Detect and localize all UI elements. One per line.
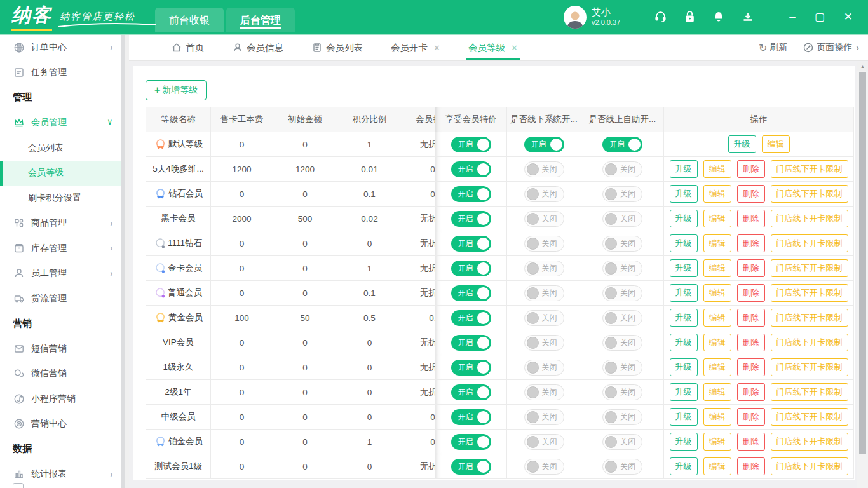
limit-button[interactable]: 门店线下开卡限制 <box>771 358 848 376</box>
limit-button[interactable]: 门店线下开卡限制 <box>771 210 848 227</box>
limit-button[interactable]: 门店线下开卡限制 <box>771 433 848 451</box>
upgrade-button[interactable]: 升级 <box>670 408 698 426</box>
toggle-off[interactable]: 关闭 <box>524 360 564 376</box>
toggle-on[interactable]: 开启 <box>451 459 491 475</box>
user-account[interactable]: 艾小 v2.0.0.37 <box>564 6 620 29</box>
upgrade-button[interactable]: 升级 <box>670 433 698 451</box>
upgrade-button[interactable]: 升级 <box>670 160 698 178</box>
limit-button[interactable]: 门店线下开卡限制 <box>771 334 848 351</box>
delete-button[interactable]: 删除 <box>737 185 765 203</box>
toggle-off[interactable]: 关闭 <box>602 186 642 202</box>
upgrade-button[interactable]: 升级 <box>670 383 698 401</box>
edit-button[interactable]: 编辑 <box>703 185 731 203</box>
toggle-off[interactable]: 关闭 <box>524 186 564 202</box>
upgrade-button[interactable]: 升级 <box>670 358 698 376</box>
tab-1[interactable]: 会员信息 <box>232 35 283 60</box>
window-minimize-button[interactable]: – <box>788 10 796 24</box>
bell-icon[interactable] <box>712 10 725 24</box>
upgrade-button[interactable]: 升级 <box>728 135 756 153</box>
nav-backend-button[interactable]: 后台管理 <box>226 8 295 32</box>
sidebar-item-1[interactable]: 任务管理 <box>0 60 121 86</box>
upgrade-button[interactable]: 升级 <box>670 309 698 327</box>
toggle-off[interactable]: 关闭 <box>602 409 642 425</box>
toggle-off[interactable]: 关闭 <box>524 211 564 227</box>
sidebar-subitem-4[interactable]: 会员列表 <box>0 135 121 161</box>
sidebar-item-15[interactable]: 营销中心 <box>0 412 121 437</box>
toggle-off[interactable]: 关闭 <box>602 261 642 276</box>
toggle-off[interactable]: 关闭 <box>524 285 564 301</box>
toggle-off[interactable]: 关闭 <box>602 434 642 450</box>
tab-close-icon[interactable]: ✕ <box>433 43 440 53</box>
upgrade-button[interactable]: 升级 <box>670 210 698 227</box>
toggle-off[interactable]: 关闭 <box>602 161 642 177</box>
limit-button[interactable]: 门店线下开卡限制 <box>771 234 848 252</box>
toggle-off[interactable]: 关闭 <box>524 335 564 351</box>
upgrade-button[interactable]: 升级 <box>670 259 698 277</box>
sidebar-item-14[interactable]: 小程序营销 <box>0 386 121 412</box>
toggle-on[interactable]: 开启 <box>451 161 491 177</box>
window-maximize-button[interactable]: ▢ <box>813 10 826 24</box>
limit-button[interactable]: 门店线下开卡限制 <box>771 408 848 426</box>
toggle-on[interactable]: 开启 <box>451 360 491 376</box>
toggle-on[interactable]: 开启 <box>451 310 491 326</box>
toggle-off[interactable]: 关闭 <box>602 335 642 351</box>
toggle-off[interactable]: 关闭 <box>602 236 642 252</box>
toggle-on[interactable]: 开启 <box>451 236 491 252</box>
toggle-on[interactable]: 开启 <box>451 409 491 425</box>
toggle-off[interactable]: 关闭 <box>602 211 642 227</box>
edit-button[interactable]: 编辑 <box>703 284 731 302</box>
sidebar-item-3[interactable]: 会员管理˅ <box>0 111 121 136</box>
delete-button[interactable]: 删除 <box>737 284 765 302</box>
limit-button[interactable]: 门店线下开卡限制 <box>771 458 848 475</box>
sidebar-item-8[interactable]: 库存管理› <box>0 236 121 261</box>
nav-frontdesk-button[interactable]: 前台收银 <box>155 8 224 32</box>
limit-button[interactable]: 门店线下开卡限制 <box>771 309 848 327</box>
lock-icon[interactable] <box>684 10 696 24</box>
tab-2[interactable]: 会员列表 <box>311 35 363 60</box>
page-ops-button[interactable]: 页面操作› <box>803 42 859 53</box>
upgrade-button[interactable]: 升级 <box>670 234 698 252</box>
edit-button[interactable]: 编辑 <box>703 334 731 351</box>
sidebar-item-0[interactable]: 订单中心› <box>0 35 121 60</box>
edit-button[interactable]: 编辑 <box>703 358 731 376</box>
delete-button[interactable]: 删除 <box>737 334 765 351</box>
toggle-on[interactable]: 开启 <box>524 137 564 152</box>
limit-button[interactable]: 门店线下开卡限制 <box>771 259 848 277</box>
toggle-on[interactable]: 开启 <box>451 335 491 351</box>
upgrade-button[interactable]: 升级 <box>670 458 698 475</box>
toggle-on[interactable]: 开启 <box>451 137 491 152</box>
sidebar-item-9[interactable]: 员工管理› <box>0 261 121 287</box>
toggle-off[interactable]: 关闭 <box>602 459 642 475</box>
toggle-on[interactable]: 开启 <box>451 211 491 227</box>
download-icon[interactable] <box>742 11 754 24</box>
scroll-up-arrow-icon[interactable]: ▲ <box>857 62 868 71</box>
tab-3[interactable]: 会员开卡✕ <box>391 35 440 60</box>
delete-button[interactable]: 删除 <box>737 309 765 327</box>
delete-button[interactable]: 删除 <box>737 160 765 178</box>
limit-button[interactable]: 门店线下开卡限制 <box>771 284 848 302</box>
add-level-button[interactable]: + 新增等级 <box>146 80 207 100</box>
sidebar-item-12[interactable]: 短信营销 <box>0 336 121 362</box>
toggle-off[interactable]: 关闭 <box>602 384 642 400</box>
toggle-off[interactable]: 关闭 <box>602 285 642 301</box>
tab-0[interactable]: 首页 <box>171 35 204 60</box>
edit-button[interactable]: 编辑 <box>703 210 731 227</box>
tab-4[interactable]: 会员等级✕ <box>468 35 518 60</box>
edit-button[interactable]: 编辑 <box>703 433 731 451</box>
delete-button[interactable]: 删除 <box>737 259 765 277</box>
toggle-off[interactable]: 关闭 <box>524 261 564 276</box>
delete-button[interactable]: 删除 <box>737 408 765 426</box>
upgrade-button[interactable]: 升级 <box>670 334 698 351</box>
edit-button[interactable]: 编辑 <box>703 259 731 277</box>
toggle-on[interactable]: 开启 <box>451 384 491 400</box>
limit-button[interactable]: 门店线下开卡限制 <box>771 383 848 401</box>
sidebar-item-7[interactable]: 商品管理› <box>0 211 121 236</box>
toggle-off[interactable]: 关闭 <box>524 459 564 475</box>
limit-button[interactable]: 门店线下开卡限制 <box>771 185 848 203</box>
toggle-on[interactable]: 开启 <box>451 186 491 202</box>
toggle-on[interactable]: 开启 <box>451 261 491 276</box>
delete-button[interactable]: 删除 <box>737 210 765 227</box>
toggle-off[interactable]: 关闭 <box>602 360 642 376</box>
toggle-off[interactable]: 关闭 <box>524 409 564 425</box>
support-headset-icon[interactable] <box>654 10 667 24</box>
